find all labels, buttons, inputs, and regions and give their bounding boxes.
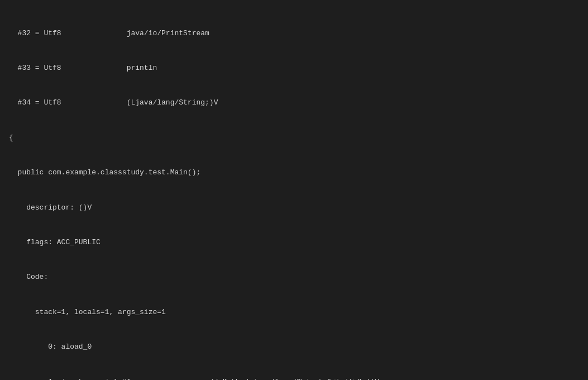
code-line: { xyxy=(0,132,588,144)
code-line: descriptor: ()V xyxy=(0,202,588,214)
code-line: 1: invokespecial #1 // Method java/lang/… xyxy=(0,377,588,381)
code-line: #33 = Utf8 println xyxy=(0,63,588,74)
code-line: #32 = Utf8 java/io/PrintStream xyxy=(0,28,588,40)
code-line: stack=1, locals=1, args_size=1 xyxy=(0,307,588,319)
code-viewer: #32 = Utf8 java/io/PrintStream #33 = Utf… xyxy=(0,0,588,380)
code-line: public com.example.classstudy.test.Main(… xyxy=(0,167,588,179)
code-line: 0: aload_0 xyxy=(0,341,588,353)
code-line: flags: ACC_PUBLIC xyxy=(0,237,588,249)
code-line: Code: xyxy=(0,272,588,283)
code-line: #34 = Utf8 (Ljava/lang/String;)V xyxy=(0,97,588,109)
